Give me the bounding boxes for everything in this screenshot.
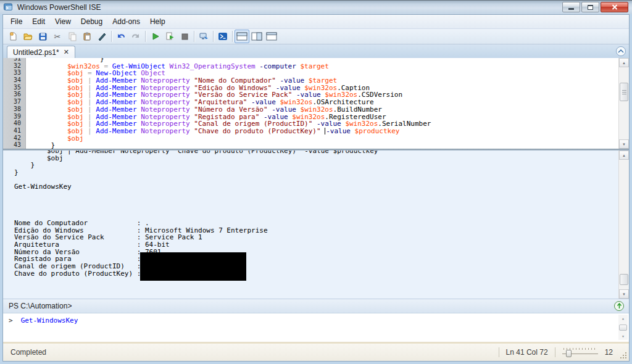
- layout-maximized-icon: [266, 32, 277, 41]
- minimize-button[interactable]: [562, 2, 580, 12]
- stop-icon: [180, 31, 189, 41]
- window-controls: [561, 2, 628, 12]
- script-editor-pane: 31323334353637383940414243 } $win32os = …: [3, 58, 629, 149]
- cut-button[interactable]: ✂: [50, 30, 65, 43]
- clipboard-icon: [82, 31, 92, 41]
- menu-item-help[interactable]: Help: [145, 15, 170, 28]
- output-scrollbar[interactable]: ▲ ▼: [618, 151, 629, 299]
- console-prompt-text: PS C:\Automation>: [9, 302, 72, 310]
- scroll-up-icon[interactable]: ▲: [618, 315, 628, 322]
- line-number: 34: [3, 77, 25, 84]
- toolbar: ✂: [3, 29, 629, 44]
- input-prompt-chevron: >: [9, 316, 13, 325]
- tab-untitled2[interactable]: Untitled2.ps1* ✕: [7, 46, 75, 58]
- toolbar-separator: [213, 31, 214, 42]
- minimize-icon: [568, 8, 574, 10]
- menu-item-view[interactable]: View: [50, 15, 76, 28]
- line-col-indicator: Ln 41 Col 72: [506, 348, 548, 357]
- editor-line: $obj | Add-Member Noteproperty "Canal de…: [35, 120, 618, 127]
- menubar: FileEditViewDebugAdd-onsHelp: [3, 15, 629, 29]
- output-line: }: [14, 161, 629, 168]
- show-script-pane-right-button[interactable]: [249, 30, 264, 43]
- run-selection-button[interactable]: [162, 30, 177, 43]
- output-line: [14, 197, 629, 205]
- undo-button[interactable]: [114, 30, 128, 43]
- tabstrip: Untitled2.ps1* ✕: [3, 44, 629, 58]
- show-script-pane-top-button[interactable]: [235, 30, 249, 43]
- paste-button[interactable]: [80, 30, 94, 43]
- menu-item-edit[interactable]: Edit: [27, 15, 50, 28]
- editor-line: $obj | Add-Member Noteproperty "Registad…: [35, 113, 618, 120]
- green-up-arrow-icon: [617, 303, 622, 309]
- output-pane[interactable]: $obj | Add-Member Noteproperty "Chave do…: [3, 151, 629, 299]
- output-line: Chave do produto (ProductKey) :: [14, 270, 629, 277]
- line-number: 31: [3, 58, 25, 62]
- line-number: 41: [3, 127, 25, 134]
- save-floppy-icon: [38, 31, 48, 41]
- console-input-area[interactable]: >Get-WindowsKey ▲ ▼: [3, 313, 629, 342]
- redo-icon: [131, 31, 141, 41]
- editor-line: $obj | Add-Member Noteproperty "Versão d…: [35, 91, 618, 98]
- zoom-value: 12: [605, 348, 613, 357]
- resize-grip[interactable]: [625, 357, 626, 358]
- tab-label: Untitled2.ps1*: [13, 48, 59, 57]
- scroll-down-icon[interactable]: ▼: [618, 333, 628, 340]
- output-scrollbar-thumb[interactable]: [620, 274, 628, 285]
- scroll-down-icon[interactable]: ▼: [619, 139, 629, 149]
- open-script-button[interactable]: [20, 30, 35, 43]
- new-script-button[interactable]: [6, 30, 20, 43]
- maximize-button[interactable]: [581, 2, 599, 12]
- scroll-up-icon[interactable]: ▲: [619, 151, 629, 160]
- maximize-icon: [588, 5, 593, 10]
- editor-line: }: [35, 141, 618, 149]
- powershell-app-icon: [4, 3, 14, 12]
- output-line: Registado para :: [14, 255, 629, 262]
- close-icon: [612, 4, 618, 10]
- toolbar-separator: [111, 31, 112, 42]
- collapse-script-pane-button[interactable]: [616, 46, 626, 56]
- scissors-icon: ✂: [54, 33, 61, 41]
- scroll-down-icon[interactable]: ▼: [619, 289, 629, 299]
- scroll-output-top-button[interactable]: [614, 301, 624, 311]
- editor-code-area[interactable]: } $win32os = Get-WmiObject Win32_Operati…: [26, 58, 618, 149]
- editor-line: $obj | Add-Member Noteproperty "Chave do…: [35, 127, 618, 134]
- line-number: 40: [3, 120, 25, 127]
- menu-item-addons[interactable]: Add-ons: [107, 15, 145, 28]
- menu-item-debug[interactable]: Debug: [76, 15, 107, 28]
- line-number: 33: [3, 69, 25, 77]
- output-line: Nome do Computador : .: [14, 219, 629, 226]
- zoom-slider[interactable]: [562, 347, 598, 357]
- close-button[interactable]: [601, 2, 628, 12]
- editor-scrollbar[interactable]: ▲ ▼: [618, 58, 629, 149]
- menu-item-file[interactable]: File: [6, 15, 27, 28]
- save-button[interactable]: [35, 30, 50, 43]
- console-scrollbar[interactable]: ▲ ▼: [618, 315, 628, 340]
- show-script-pane-maximized-button[interactable]: [264, 30, 279, 43]
- tab-close-icon[interactable]: ✕: [64, 49, 69, 56]
- output-line: $obj: [14, 154, 629, 162]
- redo-button[interactable]: [128, 30, 143, 43]
- statusbar: Completed Ln 41 Col 72 12: [3, 342, 629, 361]
- stop-execution-button[interactable]: [177, 30, 192, 43]
- zoom-slider-thumb[interactable]: [566, 350, 572, 357]
- redaction-box: [140, 252, 246, 281]
- undo-icon: [116, 31, 126, 41]
- editor-scrollbar-thumb[interactable]: [620, 83, 628, 101]
- window-content: FileEditViewDebugAdd-onsHelp ✂: [2, 14, 630, 362]
- clear-output-pane-button[interactable]: [94, 30, 109, 43]
- scroll-up-icon[interactable]: ▲: [619, 58, 629, 67]
- editor-line: $obj | Add-Member Noteproperty "Nome do …: [35, 77, 618, 84]
- editor-line: $obj | Add-Member Noteproperty "Arquitet…: [35, 98, 618, 105]
- line-number: 35: [3, 84, 25, 91]
- run-script-button[interactable]: [148, 30, 162, 43]
- console-scrollbar-thumb[interactable]: [619, 325, 627, 331]
- new-file-icon: [8, 31, 18, 41]
- copy-button[interactable]: [65, 30, 80, 43]
- editor-gutter: 31323334353637383940414243: [3, 58, 26, 149]
- window-title: Windows PowerShell ISE: [17, 3, 101, 12]
- start-powershell-exe-button[interactable]: [215, 30, 230, 43]
- toolbar-separator: [194, 31, 194, 42]
- new-remote-powershell-tab-button[interactable]: [196, 30, 211, 43]
- editor-line: $win32os = Get-WmiObject Win32_Operating…: [35, 62, 618, 70]
- console-prompt-bar: PS C:\Automation>: [3, 299, 629, 313]
